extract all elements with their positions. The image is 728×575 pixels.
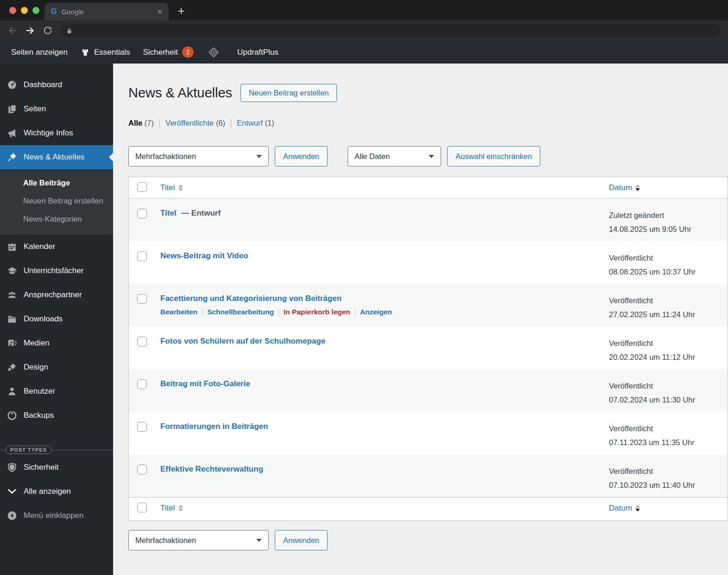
submenu-neuen-beitrag-erstellen[interactable]: Neuen Beitrag erstellen bbox=[0, 192, 113, 210]
sort-by-title[interactable]: Titel bbox=[160, 183, 183, 192]
page-title: News & Aktuelles bbox=[128, 85, 232, 101]
sidebar-item-downloads[interactable]: Downloads bbox=[0, 307, 113, 331]
title-column-footer: Titel bbox=[160, 504, 175, 513]
submenu-alle-beitraege[interactable]: Alle Beiträge bbox=[0, 174, 113, 192]
sidebar-item-design[interactable]: Design bbox=[0, 355, 113, 379]
post-title-link[interactable]: Titel bbox=[160, 209, 177, 217]
bulk-actions-select-bottom[interactable]: Mehrfachaktionen bbox=[128, 530, 269, 550]
post-status: Veröffentlicht bbox=[609, 422, 728, 435]
post-date: 27.02.2025 um 11:24 Uhr bbox=[609, 307, 728, 321]
sidebar-item-dashboard[interactable]: Dashboard bbox=[0, 73, 113, 97]
sidebar-item-menue-einklappen[interactable]: Menü einklappen bbox=[0, 504, 113, 528]
row-checkbox[interactable] bbox=[137, 251, 147, 261]
apply-button[interactable]: Anwenden bbox=[275, 146, 328, 166]
row-checkbox[interactable] bbox=[137, 422, 147, 432]
post-title-link[interactable]: Facettierung und Kategorisierung von Bei… bbox=[160, 294, 342, 303]
graduation-cap-icon bbox=[7, 266, 17, 276]
sort-by-date[interactable]: Datum bbox=[609, 504, 640, 513]
sidebar-item-kalender[interactable]: Kalender bbox=[0, 235, 113, 259]
reload-icon[interactable] bbox=[43, 26, 53, 36]
apply-button-bottom[interactable]: Anwenden bbox=[275, 530, 328, 550]
filter-entwurf[interactable]: Entwurf (1) bbox=[231, 119, 280, 128]
sort-by-title[interactable]: Titel bbox=[160, 504, 183, 513]
restrict-selection-button[interactable]: Auswahl einschränken bbox=[447, 146, 540, 166]
admin-bar-view-pages[interactable]: Seiten anzeigen bbox=[5, 41, 74, 64]
post-status: Veröffentlicht bbox=[609, 336, 728, 350]
sidebar-item-ansprechpartner[interactable]: Ansprechpartner bbox=[0, 283, 113, 307]
view-action-link[interactable]: Anzeigen bbox=[355, 308, 397, 316]
folder-icon bbox=[7, 314, 17, 324]
essentials-label: Essentials bbox=[94, 48, 130, 57]
collapse-menu-icon bbox=[7, 511, 17, 521]
back-icon[interactable] bbox=[7, 26, 18, 36]
sidebar-item-unterrichtsfaecher[interactable]: Unterrichtsfächer bbox=[0, 259, 113, 283]
edit-action-link[interactable]: Bearbeiten bbox=[160, 308, 203, 316]
gauge-icon bbox=[7, 80, 17, 90]
row-checkbox[interactable] bbox=[137, 209, 147, 218]
zoom-window-button[interactable] bbox=[32, 7, 39, 14]
sort-arrows-icon bbox=[635, 505, 640, 511]
post-date: 07.11.2023 um 11:35 Uhr bbox=[609, 435, 728, 449]
minimize-window-button[interactable] bbox=[21, 7, 28, 14]
new-tab-button[interactable]: + bbox=[174, 3, 188, 19]
post-status: Veröffentlicht bbox=[609, 251, 728, 265]
megaphone-icon bbox=[7, 128, 17, 138]
admin-bar-diamond[interactable] bbox=[200, 41, 227, 64]
filter-veroeffentlichte[interactable]: Veröffentlichte (6) bbox=[160, 119, 231, 128]
admin-bar-security[interactable]: Sicherheit 2 bbox=[136, 41, 200, 64]
sidebar-label: Seiten bbox=[24, 104, 46, 114]
chevron-down-icon bbox=[7, 486, 17, 497]
sort-by-date[interactable]: Datum bbox=[609, 183, 640, 192]
post-status: Veröffentlicht bbox=[609, 379, 728, 393]
sidebar-item-medien[interactable]: Medien bbox=[0, 331, 113, 355]
updraftplus-label: UpdraftPlus bbox=[237, 48, 279, 57]
browser-tab[interactable]: G Google × bbox=[44, 3, 169, 20]
sidebar-item-sicherheit[interactable]: Sicherheit bbox=[0, 455, 113, 479]
bulk-actions-select[interactable]: Mehrfachaktionen bbox=[128, 146, 269, 166]
row-checkbox[interactable] bbox=[137, 379, 147, 389]
post-status: Veröffentlicht bbox=[609, 464, 728, 478]
select-chevron-icon bbox=[429, 155, 434, 158]
quick-edit-action-link[interactable]: Schnellbearbeitung bbox=[203, 308, 279, 316]
row-checkbox[interactable] bbox=[137, 294, 147, 304]
sidebar-item-wichtige-infos[interactable]: Wichtige Infos bbox=[0, 121, 113, 145]
news-submenu: Alle Beiträge Neuen Beitrag erstellen Ne… bbox=[0, 169, 113, 235]
trash-action-link[interactable]: In Papierkorb legen bbox=[279, 308, 355, 316]
select-all-checkbox[interactable] bbox=[137, 503, 147, 512]
forward-icon[interactable] bbox=[25, 26, 35, 36]
filter-alle[interactable]: Alle (7) bbox=[128, 119, 160, 128]
row-checkbox[interactable] bbox=[137, 337, 147, 346]
tab-close-icon[interactable]: × bbox=[157, 7, 162, 17]
main-content: News & Aktuelles Neuen Beitrag erstellen… bbox=[113, 64, 728, 575]
sort-arrows-icon bbox=[178, 185, 183, 191]
security-count-badge: 2 bbox=[182, 46, 194, 58]
admin-bar-updraftplus[interactable]: UpdraftPlus bbox=[227, 41, 285, 64]
post-title-link[interactable]: News-Beitrag mit Video bbox=[160, 251, 248, 260]
media-icon bbox=[7, 338, 17, 348]
post-title-link[interactable]: Formatierungen in Beiträgen bbox=[160, 422, 268, 431]
shield-icon bbox=[7, 462, 17, 473]
table-row: Titel — Entwurf Zuletzt geändert 14.08.2… bbox=[129, 198, 728, 241]
select-all-checkbox[interactable] bbox=[137, 182, 147, 192]
browser-frame: G Google × + bbox=[0, 0, 728, 20]
sidebar-item-alle-anzeigen[interactable]: Alle anzeigen bbox=[0, 479, 113, 504]
date-filter-select[interactable]: Alle Daten bbox=[348, 146, 441, 166]
groups-icon bbox=[7, 290, 17, 300]
sidebar-item-seiten[interactable]: Seiten bbox=[0, 97, 113, 121]
new-post-button[interactable]: Neuen Beitrag erstellen bbox=[241, 84, 337, 102]
post-title-link[interactable]: Effektive Rechteverwaltung bbox=[160, 465, 263, 473]
sidebar-item-benutzer[interactable]: Benutzer bbox=[0, 379, 113, 403]
close-window-button[interactable] bbox=[9, 7, 16, 14]
table-row: News-Beitrag mit Video Veröffentlicht 08… bbox=[129, 241, 728, 284]
row-checkbox[interactable] bbox=[137, 465, 147, 474]
post-title-link[interactable]: Fotos von Schülern auf der Schulhomepage bbox=[160, 337, 325, 345]
address-bar[interactable] bbox=[60, 24, 721, 38]
sidebar-item-news-aktuelles[interactable]: News & Aktuelles bbox=[0, 145, 113, 169]
table-header: Titel Datum bbox=[129, 177, 728, 198]
post-date: 07.02.2024 um 11:30 Uhr bbox=[609, 393, 728, 407]
admin-bar-essentials[interactable]: Essentials bbox=[74, 41, 136, 64]
bottom-bulk-toolbar: Mehrfachaktionen Anwenden bbox=[128, 530, 728, 550]
post-title-link[interactable]: Beitrag mit Foto-Galerie bbox=[160, 379, 250, 388]
sidebar-item-backups[interactable]: Backups bbox=[0, 403, 113, 428]
submenu-news-kategorien[interactable]: News-Kategorien bbox=[0, 210, 113, 228]
